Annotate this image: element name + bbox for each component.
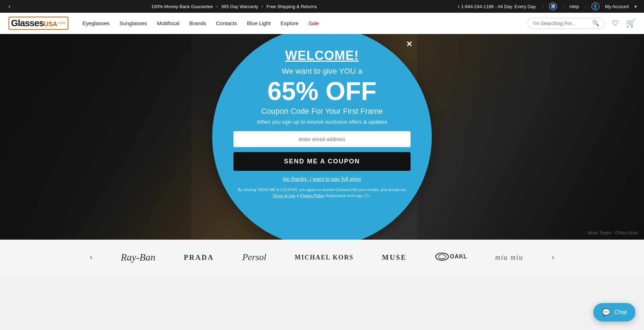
modal-send-coupon-button[interactable]: SEND ME A COUPON bbox=[233, 152, 411, 171]
help-link[interactable]: Help bbox=[570, 4, 579, 9]
brand-muse[interactable]: MUSE bbox=[382, 253, 407, 262]
topbar-right: 1-844-244-1186 - All Day. Every Day. | ♿… bbox=[461, 2, 637, 10]
brand-prada[interactable]: PRADA bbox=[184, 253, 214, 262]
nav-brands[interactable]: Brands bbox=[189, 20, 206, 26]
topbar-next-btn[interactable]: › bbox=[456, 3, 461, 10]
privacy-link[interactable]: Privacy Policy bbox=[300, 194, 324, 198]
modal-disclaimer: By clicking 'SEND ME A COUPON' you agree… bbox=[233, 187, 411, 198]
svg-text:OAKLEY: OAKLEY bbox=[450, 253, 467, 259]
main-nav: Eyeglasses Sunglasses Multifocal Brands … bbox=[83, 20, 527, 26]
svg-point-0 bbox=[436, 253, 448, 260]
sep-1: + bbox=[216, 4, 219, 9]
search-box[interactable]: 🔍 bbox=[527, 18, 605, 29]
svg-point-1 bbox=[439, 255, 446, 259]
logo-com: .com bbox=[57, 21, 66, 25]
nav-contacts[interactable]: Contacts bbox=[216, 20, 237, 26]
divider-1: | bbox=[542, 4, 543, 9]
cart-button[interactable]: 🛒 bbox=[626, 19, 635, 28]
header-right: 🔍 ♡ 🛒 bbox=[527, 18, 635, 29]
nav-explore[interactable]: Explore bbox=[281, 20, 299, 26]
brands-next-button[interactable]: › bbox=[552, 253, 554, 262]
modal-no-thanks-button[interactable]: No thanks, I want to pay full price bbox=[283, 176, 361, 182]
accessibility-icon: ♿ bbox=[549, 2, 557, 10]
top-bar: ‹ 100% Money-Back Guarantee + 365 Day Wa… bbox=[0, 0, 644, 13]
divider-2: | bbox=[563, 4, 564, 9]
modal-coupon-text: Coupon Code For Your First Frame bbox=[261, 107, 383, 116]
terms-link[interactable]: Terms of Use bbox=[272, 194, 295, 198]
search-icon[interactable]: 🔍 bbox=[592, 20, 599, 27]
brand-kors[interactable]: MICHAEL KORS bbox=[295, 254, 354, 261]
chat-bubble-icon: 💬 bbox=[602, 308, 611, 317]
modal-tagline: When you sign up to receive exclusive of… bbox=[257, 119, 388, 125]
brand-persol[interactable]: Persol bbox=[242, 252, 266, 263]
nav-eyeglasses[interactable]: Eyeglasses bbox=[83, 20, 110, 26]
brand-oakley[interactable]: OAKLEY bbox=[435, 252, 467, 263]
logo-glasses: Glasses bbox=[11, 18, 44, 28]
modal-subtitle: We want to give YOU a bbox=[282, 67, 362, 76]
modal-popup: ✕ WELCOME! We want to give YOU a 65% OFF… bbox=[212, 34, 432, 240]
header: GlassesUSA.com Eyeglasses Sunglasses Mul… bbox=[0, 13, 644, 34]
nav-sunglasses[interactable]: Sunglasses bbox=[119, 20, 147, 26]
chat-label: Chat bbox=[614, 309, 627, 316]
brands-bar: ‹ Ray-Ban PRADA Persol MICHAEL KORS MUSE… bbox=[0, 240, 644, 275]
modal-welcome-heading: WELCOME! bbox=[285, 48, 359, 63]
search-input[interactable] bbox=[533, 21, 589, 26]
logo-box: GlassesUSA.com bbox=[9, 17, 68, 30]
phone-number: 1-844-244-1186 - All Day. Every Day. bbox=[461, 4, 536, 9]
sep-2: + bbox=[261, 4, 264, 9]
hero-section: · Muse Toppin · Ottoto Alceo ✕ WELCOME! … bbox=[0, 34, 644, 240]
account-icon[interactable]: 👤 bbox=[592, 2, 599, 10]
nav-bluelight[interactable]: Blue Light bbox=[247, 20, 271, 26]
brand-miu[interactable]: miu miu bbox=[495, 253, 523, 262]
divider-3: | bbox=[584, 4, 586, 9]
wishlist-button[interactable]: ♡ bbox=[612, 19, 619, 28]
promo-1: 100% Money-Back Guarantee bbox=[151, 4, 213, 9]
modal-discount: 65% OFF bbox=[267, 77, 377, 105]
my-account-label[interactable]: My Account bbox=[605, 4, 629, 9]
brands-prev-button[interactable]: ‹ bbox=[90, 253, 92, 262]
chat-button[interactable]: 💬 Chat bbox=[593, 303, 635, 321]
modal-close-button[interactable]: ✕ bbox=[406, 40, 412, 49]
modal-overlay: ✕ WELCOME! We want to give YOU a 65% OFF… bbox=[0, 34, 644, 240]
account-chevron: ▾ bbox=[634, 4, 637, 9]
modal-email-input[interactable] bbox=[233, 131, 411, 147]
promo-3: Free Shipping & Returns bbox=[266, 4, 317, 9]
brand-rayban[interactable]: Ray-Ban bbox=[121, 252, 156, 263]
logo-usa: USA bbox=[44, 21, 57, 28]
topbar-prev-btn[interactable]: ‹ bbox=[7, 3, 12, 10]
promo-2: 365 Day Warranty bbox=[221, 4, 258, 9]
nav-sale[interactable]: Sale bbox=[309, 20, 319, 26]
topbar-promos: 100% Money-Back Guarantee + 365 Day Warr… bbox=[12, 4, 456, 9]
logo[interactable]: GlassesUSA.com bbox=[9, 17, 68, 30]
nav-multifocal[interactable]: Multifocal bbox=[157, 20, 179, 26]
